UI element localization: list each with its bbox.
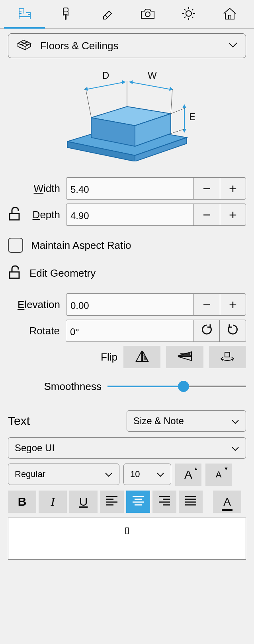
smoothness-label: Smoothness (32, 380, 107, 393)
font-decrease-button[interactable]: A ▼ (205, 464, 232, 486)
svg-line-18 (171, 89, 172, 114)
diagram-label-e: E (189, 111, 195, 122)
elevation-stepper: − + (66, 293, 246, 316)
svg-line-13 (86, 88, 91, 117)
font-size-label: 10 (130, 469, 140, 479)
camera-icon (140, 6, 156, 22)
caliper-icon (17, 6, 33, 23)
edit-geometry-row[interactable]: Edit Geometry (8, 265, 246, 281)
svg-line-10 (84, 82, 125, 90)
align-right-button[interactable] (152, 491, 176, 513)
italic-button[interactable]: I (39, 491, 67, 513)
tab-lighting[interactable] (168, 0, 209, 28)
flip-horizontal-icon (134, 349, 150, 365)
svg-marker-20 (182, 104, 186, 108)
flip-label: Flip (32, 351, 123, 363)
width-increment[interactable]: + (220, 177, 246, 200)
depth-input[interactable] (66, 204, 193, 226)
depth-stepper: − + (66, 204, 246, 226)
align-left-button[interactable] (100, 491, 124, 513)
category-dropdown[interactable]: Floors & Ceilings (8, 33, 246, 58)
align-center-button[interactable] (126, 491, 150, 513)
panel-content: Floors & Ceilings D W (0, 29, 254, 568)
flip-horizontal-button[interactable] (123, 346, 160, 368)
chevron-down-icon (228, 42, 238, 49)
text-heading: Text (8, 414, 127, 428)
tab-camera[interactable] (127, 0, 168, 28)
floor-icon (16, 38, 32, 54)
chevron-down-icon-style (105, 469, 113, 479)
underline-button[interactable]: U (69, 491, 98, 513)
width-input[interactable] (66, 177, 193, 200)
font-increase-icon: A (184, 468, 192, 481)
align-justify-button[interactable] (179, 491, 203, 513)
aspect-ratio-row: Maintain Aspect Ratio (8, 238, 246, 253)
svg-line-23 (171, 129, 185, 134)
width-decrement[interactable]: − (193, 177, 220, 200)
depth-decrement[interactable]: − (193, 204, 220, 226)
chevron-down-icon-font (231, 442, 239, 454)
flip-vertical-button[interactable] (166, 346, 203, 368)
smoothness-row: Smoothness (8, 378, 246, 394)
rotate-row: Rotate (8, 320, 246, 342)
font-family-label: Segoe UI (15, 442, 55, 454)
rotate-ccw-button[interactable] (220, 320, 246, 342)
aspect-ratio-checkbox[interactable] (8, 238, 23, 253)
elevation-increment[interactable]: + (220, 293, 246, 316)
font-increase-button[interactable]: A ▲ (175, 464, 201, 486)
width-row: Width − + (8, 177, 246, 200)
align-center-icon (132, 495, 145, 508)
rotate-input[interactable] (66, 320, 193, 342)
svg-line-15 (129, 82, 173, 90)
chevron-down-icon-text-mode (231, 415, 239, 427)
smoothness-slider[interactable] (107, 378, 246, 394)
diagram-label-d: D (102, 70, 109, 81)
tab-materials[interactable] (45, 0, 86, 28)
text-mode-label: Size & Note (133, 415, 184, 427)
tab-properties[interactable] (4, 0, 45, 28)
svg-rect-3 (229, 15, 231, 19)
font-style-dropdown[interactable]: Regular (8, 464, 119, 485)
text-section-header: Text Size & Note (8, 410, 246, 432)
font-color-icon: A (223, 495, 231, 508)
rotate-3d-icon (219, 350, 236, 364)
width-stepper: − + (66, 177, 246, 200)
svg-point-2 (186, 11, 191, 16)
svg-rect-26 (225, 352, 230, 357)
rotate-label: Rotate (19, 325, 66, 337)
svg-point-1 (145, 12, 150, 17)
text-content: ▯ (125, 525, 129, 535)
brush-icon (59, 6, 73, 22)
elevation-decrement[interactable]: − (193, 293, 220, 316)
align-left-icon (106, 495, 118, 508)
font-family-dropdown[interactable]: Segoe UI (8, 437, 246, 459)
flip-rotate-button[interactable] (209, 346, 246, 368)
tab-edit[interactable] (86, 0, 127, 28)
rotate-ccw-icon (227, 324, 239, 338)
tab-structure[interactable] (209, 0, 250, 28)
font-color-button[interactable]: A (213, 491, 241, 513)
text-content-area[interactable]: ▯ (8, 518, 246, 560)
category-label: Floors & Ceilings (40, 40, 228, 52)
flip-vertical-icon (176, 350, 194, 364)
aspect-ratio-label: Maintain Aspect Ratio (31, 239, 131, 252)
dimension-diagram: D W E (8, 70, 246, 161)
font-size-dropdown[interactable]: 10 (123, 464, 171, 485)
text-mode-dropdown[interactable]: Size & Note (127, 410, 246, 432)
elevation-input[interactable] (66, 293, 193, 316)
house-icon (222, 6, 237, 22)
elevation-row: Elevation − + (8, 293, 246, 316)
edit-geometry-lock-icon (8, 265, 24, 281)
svg-rect-25 (10, 272, 19, 278)
sun-icon (182, 6, 196, 22)
bold-button[interactable]: B (8, 491, 36, 513)
align-justify-icon (184, 495, 197, 508)
width-label: Width (20, 182, 66, 195)
rotate-cw-icon (201, 324, 213, 338)
depth-increment[interactable]: + (220, 204, 246, 226)
eraser-icon (100, 6, 114, 22)
dimensions-lock-icon[interactable] (8, 206, 24, 223)
font-decrease-icon: A (216, 469, 222, 480)
rotate-cw-button[interactable] (193, 320, 220, 342)
edit-geometry-label: Edit Geometry (29, 267, 96, 279)
